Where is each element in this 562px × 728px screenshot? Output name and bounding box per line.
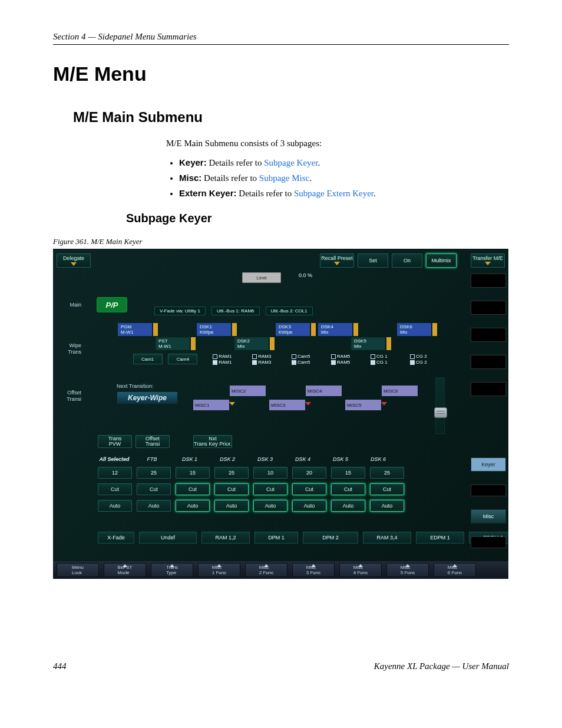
dsk-button[interactable]: 25	[214, 467, 249, 479]
lane-cell[interactable]: PSTM-W1	[156, 337, 190, 350]
bottom-bar: MenuLockBkPSTModeTransTypeMisc1 FuncMisc…	[53, 561, 508, 579]
dsk-button[interactable]: Cut	[176, 483, 210, 495]
on-button[interactable]: On	[392, 253, 422, 268]
bus-box[interactable]: Util.-Bus 2: COL1	[266, 307, 313, 315]
slider-handle[interactable]	[434, 407, 447, 418]
footer-button[interactable]: Misc3 Func	[292, 563, 335, 577]
tab-keyer[interactable]: Keyer	[471, 457, 506, 472]
xfade-slot[interactable]: RAM 1,2	[201, 532, 250, 543]
recall-preset-button[interactable]: Recall Preset	[320, 253, 354, 268]
link-ref[interactable]: Subpage Keyer	[264, 158, 318, 167]
footer-button[interactable]: Misc6 Func	[434, 563, 476, 577]
right-blank-button[interactable]	[471, 274, 506, 288]
transfer-label: Transfer M/E	[472, 256, 503, 261]
footer-button[interactable]: BkPSTMode	[104, 563, 146, 577]
next-transition-label: Next Transition:	[117, 383, 154, 389]
sidebar-item[interactable]: Main	[70, 302, 84, 308]
ui-screenshot: Delegate Recall Preset Set On Multimix T…	[53, 249, 508, 579]
marker-icon	[270, 337, 275, 350]
dsk-button[interactable]: Cut	[370, 483, 404, 495]
lane-cell[interactable]: DSK1KWipe	[197, 323, 231, 336]
dsk-button[interactable]: Cut	[214, 483, 249, 495]
delegate-button[interactable]: Delegate	[57, 253, 91, 268]
ctrl-button[interactable]: TransPVW	[98, 435, 132, 448]
dsk-button[interactable]: 15	[331, 467, 365, 479]
dsk-button[interactable]: Auto	[137, 500, 171, 512]
misc-cell[interactable]: MISC6	[382, 386, 418, 396]
footer-button[interactable]: TransType	[151, 563, 193, 577]
tab-misc[interactable]: Misc	[471, 509, 506, 523]
footer-button[interactable]: MenuLock	[57, 563, 99, 577]
lane-cell[interactable]: DSK4Mix	[318, 323, 352, 336]
ctrl-button[interactable]: NxtTrans Key Prior.	[193, 435, 232, 448]
dsk-col-label: DSK 1	[173, 456, 206, 462]
footer-button[interactable]: Misc4 Func	[339, 563, 382, 577]
footer-button[interactable]: Misc1 Func	[198, 563, 240, 577]
lane-cell[interactable]: DSK2Mix	[234, 337, 269, 350]
misc-cell[interactable]: MISC5	[345, 400, 381, 410]
xfade-slot[interactable]: Undef	[139, 532, 197, 543]
dsk-button[interactable]: Auto	[292, 500, 326, 512]
dsk-button[interactable]: 20	[292, 467, 326, 479]
dsk-button[interactable]: 15	[176, 467, 210, 479]
lane-cell[interactable]: DSK6Mix	[397, 323, 431, 336]
ctrl-row-left: TransPVWOffsetTransi	[98, 435, 170, 448]
misc-cell[interactable]: MISC3	[269, 400, 305, 410]
vertical-slider[interactable]	[435, 377, 445, 434]
lane-cell[interactable]: DSK3KWipe	[276, 323, 310, 336]
right-blank-button[interactable]	[471, 355, 506, 369]
ui-body: Limit 0.0 % P/P V-Fade via: Utility 1Uti…	[85, 270, 470, 561]
footer-button[interactable]: Misc5 Func	[386, 563, 429, 577]
link-ref[interactable]: Subpage Extern Keyer	[294, 189, 373, 198]
cam-button[interactable]: Cam4	[168, 354, 197, 364]
dsk-button[interactable]: Cut	[253, 483, 287, 495]
dsk-button[interactable]: Cut	[137, 483, 171, 495]
cam-button[interactable]: Cam1	[133, 354, 163, 364]
ctrl-button[interactable]: OffsetTransi	[135, 435, 170, 448]
xfade-slot[interactable]: EDPM 1	[416, 532, 464, 543]
xfade-slot[interactable]: DPM 2	[303, 532, 358, 543]
right-blank-button[interactable]	[471, 485, 506, 496]
pp-indicator[interactable]: P/P	[97, 297, 127, 312]
dsk-col-label: All Selected	[98, 456, 131, 462]
dsk-button[interactable]: Auto	[214, 500, 249, 512]
lane-cell[interactable]: PGMM-W1	[118, 323, 152, 336]
dsk-button[interactable]: 12	[98, 467, 132, 479]
footer-button[interactable]: Misc2 Func	[245, 563, 287, 577]
link-ref[interactable]: Subpage Misc	[259, 173, 309, 183]
misc-cell[interactable]: MISC4	[306, 386, 342, 396]
dsk-col-label: DSK 2	[211, 456, 244, 462]
limit-row: Limit 0.0 %	[85, 270, 470, 285]
right-blank-button[interactable]	[471, 536, 506, 548]
dsk-button[interactable]: 25	[137, 467, 171, 479]
dsk-button[interactable]: Cut	[292, 483, 326, 495]
sidebar-item[interactable]: OffsetTransi	[67, 390, 84, 403]
dsk-button[interactable]: 25	[370, 467, 404, 479]
xfade-slot[interactable]: DPM 1	[254, 532, 298, 543]
sidebar-item[interactable]: WipeTrans	[68, 342, 84, 355]
right-blank-button[interactable]	[471, 301, 506, 315]
dsk-button[interactable]: Cut	[331, 483, 365, 495]
lane-cell[interactable]: DSK5Mix	[351, 337, 385, 350]
dsk-button[interactable]: Auto	[98, 500, 132, 512]
limit-button[interactable]: Limit	[242, 272, 281, 283]
keyer-wipe-box[interactable]: Keyer-Wipe	[117, 391, 178, 404]
set-button[interactable]: Set	[358, 253, 388, 268]
dsk-button[interactable]: Auto	[331, 500, 365, 512]
chevron-down-icon	[71, 262, 77, 266]
right-blank-button[interactable]	[471, 328, 506, 342]
dsk-button[interactable]: Auto	[253, 500, 287, 512]
dsk-button[interactable]: Auto	[176, 500, 210, 512]
right-blank-button[interactable]	[471, 382, 506, 396]
xfade-slot[interactable]: RAM 3,4	[363, 532, 411, 543]
dsk-button[interactable]: 10	[253, 467, 287, 479]
bus-box[interactable]: V-Fade via: Utility 1	[154, 307, 206, 315]
xfade-slot[interactable]: X-Fade	[98, 532, 134, 543]
bus-box[interactable]: Util.-Bus 1: RAM6	[211, 307, 260, 315]
transfer-me-button[interactable]: Transfer M/E	[471, 253, 505, 268]
misc-cell[interactable]: MISC2	[230, 386, 266, 396]
dsk-button[interactable]: Auto	[370, 500, 404, 512]
multimix-button[interactable]: Multimix	[426, 253, 457, 268]
misc-cell[interactable]: MISC1	[193, 400, 229, 410]
dsk-button[interactable]: Cut	[98, 483, 132, 495]
